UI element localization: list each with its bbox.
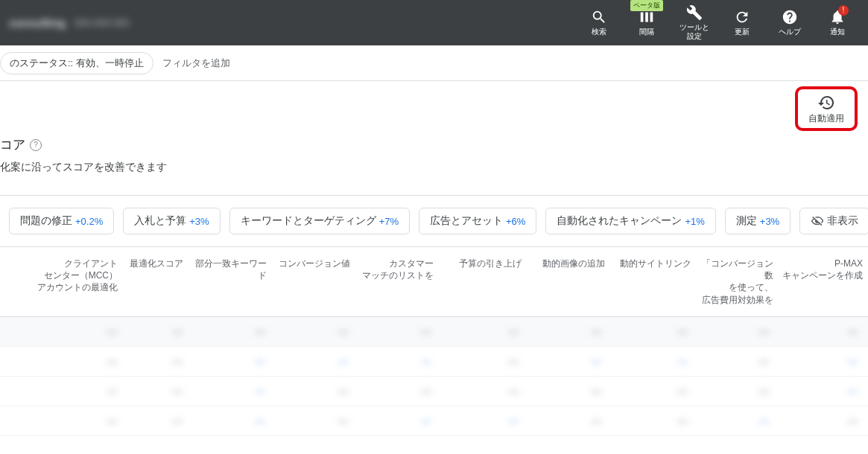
beta-badge: ベータ版 bbox=[630, 0, 663, 11]
help-icon bbox=[782, 9, 798, 25]
cell: — bbox=[773, 356, 862, 367]
cell: — bbox=[436, 386, 523, 397]
chip-label: 入札と予算 bbox=[134, 214, 186, 228]
cell: — bbox=[187, 386, 270, 397]
cell: — bbox=[691, 386, 773, 397]
cell: — bbox=[606, 386, 691, 397]
chip-ads-assets[interactable]: 広告とアセット +6% bbox=[419, 208, 536, 234]
cell: — bbox=[121, 326, 186, 337]
chip-keyword-targeting[interactable]: キーワードとターゲティング +7% bbox=[229, 208, 410, 234]
th-customer-match[interactable]: カスタマーマッチのリストを bbox=[355, 258, 438, 306]
score-title-text: コア bbox=[0, 136, 25, 153]
cell: — bbox=[6, 356, 121, 367]
th-troas[interactable]: 「コンバージョン数を使って、広告費用対効果を bbox=[696, 258, 778, 306]
cell: — bbox=[270, 326, 352, 337]
help-tooltip-icon[interactable]: ? bbox=[30, 139, 42, 151]
cell: — bbox=[352, 415, 435, 426]
refresh-icon bbox=[734, 9, 750, 25]
tools-settings-button[interactable]: ツールと設定 bbox=[673, 2, 716, 44]
th-pmax[interactable]: P-MAXキャンペーンを作成 bbox=[778, 258, 867, 306]
chip-measurement[interactable]: 測定 +3% bbox=[725, 208, 791, 234]
cell: — bbox=[6, 386, 121, 397]
recommendations-table: クライアントセンター（MCC）アカウントの最適化 最適化スコア 部分一致キーワー… bbox=[0, 246, 868, 436]
th-raise-budget[interactable]: 予算の引き上げ bbox=[438, 258, 526, 306]
wrench-icon bbox=[686, 4, 703, 21]
chip-label: 広告とアセット bbox=[430, 214, 503, 228]
cell: — bbox=[691, 415, 773, 426]
account-id: 000-000-000 bbox=[75, 17, 130, 28]
search-label: 検索 bbox=[592, 28, 606, 36]
chip-label: 測定 bbox=[736, 214, 757, 228]
chip-hidden[interactable]: 非表示 bbox=[799, 208, 868, 234]
refresh-button[interactable]: 更新 bbox=[720, 2, 764, 44]
cell: — bbox=[121, 356, 186, 367]
filter-bar: のステータス:: 有効、一時停止 フィルタを追加 bbox=[0, 45, 868, 81]
cell: — bbox=[187, 326, 270, 337]
chip-label: キーワードとターゲティング bbox=[241, 214, 376, 228]
toolbar: 検索 ベータ版 間隔 ツールと設定 更新 ヘルプ ! 通知 bbox=[577, 2, 859, 44]
search-icon bbox=[591, 9, 607, 25]
cell: — bbox=[187, 356, 270, 367]
cell: — bbox=[121, 386, 186, 397]
chip-pct: +3% bbox=[760, 216, 779, 227]
cell: — bbox=[270, 386, 352, 397]
auto-apply-button[interactable]: 自動適用 bbox=[795, 86, 858, 131]
score-description: 化案に沿ってスコアを改善できます bbox=[0, 161, 868, 186]
notifications-label: 通知 bbox=[830, 28, 845, 36]
history-icon bbox=[817, 94, 835, 112]
cell: — bbox=[436, 356, 523, 367]
search-button[interactable]: 検索 bbox=[577, 2, 621, 44]
chip-pct: +3% bbox=[189, 216, 209, 227]
cell: — bbox=[352, 326, 435, 337]
category-chips: 問題の修正 +0.2% 入札と予算 +3% キーワードとターゲティング +7% … bbox=[0, 196, 868, 246]
th-conv-value[interactable]: コンバージョン値 bbox=[271, 258, 355, 306]
chip-problem-fix[interactable]: 問題の修正 +0.2% bbox=[9, 208, 114, 234]
auto-apply-label: 自動適用 bbox=[808, 112, 844, 125]
cell: — bbox=[606, 326, 691, 337]
cell: — bbox=[691, 326, 773, 337]
chip-label: 自動化されたキャンペーン bbox=[557, 214, 682, 228]
account-name: consulting bbox=[9, 16, 66, 29]
th-opt-score[interactable]: 最適化スコア bbox=[122, 258, 188, 306]
chip-bid-budget[interactable]: 入札と予算 +3% bbox=[123, 208, 220, 234]
refresh-label: 更新 bbox=[735, 28, 750, 36]
action-row: 自動適用 bbox=[0, 81, 868, 135]
interval-label: 間隔 bbox=[639, 28, 654, 36]
th-dynamic-image[interactable]: 動的画像の追加 bbox=[526, 258, 609, 306]
cell: — bbox=[6, 326, 121, 337]
add-filter[interactable]: フィルタを追加 bbox=[162, 57, 230, 70]
th-dynamic-sitelink[interactable]: 動的サイトリンク bbox=[609, 258, 696, 306]
table-row[interactable]: — — — — — — — — — — bbox=[0, 317, 868, 347]
column-icon bbox=[639, 9, 655, 25]
notifications-button[interactable]: ! 通知 bbox=[816, 2, 859, 44]
cell: — bbox=[773, 415, 862, 426]
cell: — bbox=[523, 356, 606, 367]
cell: — bbox=[187, 415, 270, 426]
cell: — bbox=[270, 356, 352, 367]
alert-badge: ! bbox=[838, 5, 849, 16]
cell: — bbox=[691, 356, 773, 367]
chip-automated-campaigns[interactable]: 自動化されたキャンペーン +1% bbox=[545, 208, 715, 234]
chip-pct: +7% bbox=[379, 216, 399, 227]
help-button[interactable]: ヘルプ bbox=[768, 2, 811, 44]
optimization-score-section: コア ? 化案に沿ってスコアを改善できます bbox=[0, 135, 868, 195]
cell: — bbox=[606, 415, 691, 426]
th-mcc[interactable]: クライアントセンター（MCC）アカウントの最適化 bbox=[6, 258, 122, 306]
table-header: クライアントセンター（MCC）アカウントの最適化 最適化スコア 部分一致キーワー… bbox=[0, 247, 868, 317]
cell: — bbox=[436, 415, 523, 426]
table-row[interactable]: — — — — — — — — — — bbox=[0, 347, 868, 377]
interval-button[interactable]: ベータ版 間隔 bbox=[625, 2, 668, 44]
cell: — bbox=[523, 386, 606, 397]
cell: — bbox=[270, 415, 352, 426]
th-broad-kw[interactable]: 部分一致キーワード bbox=[188, 258, 271, 306]
table-row[interactable]: — — — — — — — — — — bbox=[0, 377, 868, 406]
cell: — bbox=[523, 415, 606, 426]
help-label: ヘルプ bbox=[779, 28, 801, 36]
cell: — bbox=[523, 326, 606, 337]
status-chip[interactable]: のステータス:: 有効、一時停止 bbox=[0, 52, 153, 74]
table-row[interactable]: — — — — — — — — — — bbox=[0, 406, 868, 436]
top-bar: consulting 000-000-000 検索 ベータ版 間隔 ツールと設定… bbox=[0, 0, 868, 45]
cell: — bbox=[6, 415, 121, 426]
table-body: — — — — — — — — — — — — — — — — — — — — … bbox=[0, 317, 868, 436]
score-title: コア ? bbox=[0, 135, 868, 161]
